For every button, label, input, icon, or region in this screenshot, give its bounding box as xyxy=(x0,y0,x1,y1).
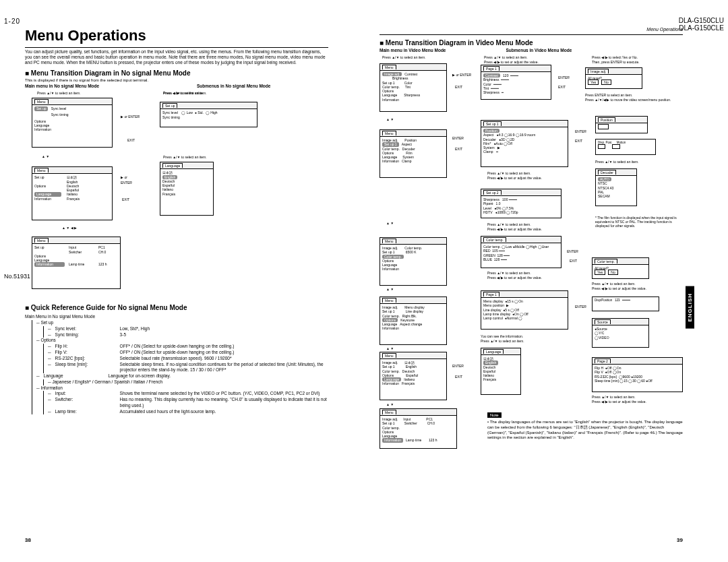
sub-source: Source ●Source ◯Y/C ◯VIDEO xyxy=(592,318,649,348)
main-colortemp: Menu Image adj.Color temp. Set up 16500 … xyxy=(380,237,447,286)
label-or-2: ▶ or xyxy=(121,175,127,179)
hint-enter-sel: Press ENTER to select an item. xyxy=(585,93,632,97)
main-menu-setup: Menu Set up Sync level Set up Sync timin… xyxy=(32,98,113,148)
sub-options1: Page 1 Menu display ●15 s ◯On Menu posit… xyxy=(481,290,568,330)
hint-v-4: Press ◀/▶ to select Yes or No. xyxy=(592,55,638,59)
section-video: ■ Menu Transition Diagram in Video Menu … xyxy=(380,39,683,46)
hint-v-1: Press ▲/▼ to select an item. xyxy=(382,55,426,59)
page-left: Menu Operations You can adjust picture q… xyxy=(15,20,338,546)
main-information: Menu Image adj.InputPC1 Set up 1Switcher… xyxy=(380,408,457,449)
sub-options2: Page 2 Flip H ●Off ◯On Flip V ●Off ◯On R… xyxy=(592,357,683,392)
col-main-video: Main menu in Video Menu Mode xyxy=(380,48,486,53)
label-enter-2: ENTER xyxy=(121,181,132,185)
page-number-left: 38 xyxy=(25,537,31,543)
col-sub-video: Submenus in Video Menu Mode xyxy=(506,48,704,53)
main-menu-information: Menu Set upInputPC1 SwitcherCH.0 Options… xyxy=(32,237,121,289)
hint-move: Press ▲/▼/◀/▶ to move the video screen/m… xyxy=(585,98,671,102)
main-image-adj: Menu Image adj.Contrast xxBrightness Set… xyxy=(380,63,447,112)
submenu-setup: Set up Sync level ◯ Low ● Std. ◯ High Sy… xyxy=(160,102,257,127)
main-menu-language: Menu Set up日本語 English OptionsDeutsch Es… xyxy=(32,166,113,220)
sub-disp-posi: Disp. Posi. Motion xyxy=(595,139,656,155)
hint-v-3: Press ◀/▶ to set or adjust the value. xyxy=(484,60,539,64)
label-or-enter-1: ▶ or ENTER xyxy=(121,115,140,119)
page-right: Menu Operations ■ Menu Transition Diagra… xyxy=(369,20,693,546)
main-setup1: Menu Image adj.Position Set up 1Aspect C… xyxy=(380,129,447,178)
diagram-no-signal: Press ▲/▼ to select an item. Menu Set up… xyxy=(25,91,328,300)
sub-colorreset: Color temp. All reset? Yes No xyxy=(592,257,649,279)
no-signal-subtitle: This is displayed if there is no signal … xyxy=(25,78,328,82)
sub-decoder: Decoder AUTO NTSC NTSC4.43 PAL SECAM xyxy=(595,168,637,206)
hint-press-ud-1: Press ▲/▼ to select an item. xyxy=(37,91,81,95)
hint-v-5: Then, press ENTER to execute. xyxy=(592,60,640,64)
film-note: * The film function is displayed when th… xyxy=(595,216,686,228)
sub-setup1: Set up 1 Position Aspect ●4:3 ◯16:9 ◯16:… xyxy=(481,120,568,167)
label-exit-1: EXIT xyxy=(127,138,135,142)
page-number-right: 39 xyxy=(677,537,683,543)
sub-position: Position xyxy=(595,116,648,133)
sub-setup2: Set up 2 Sharpness 100 ━━━━ Piparé 1.0 L… xyxy=(481,189,562,218)
sub-dispposition: Disp/Position 123 ━━━━ xyxy=(592,296,659,311)
intro-paragraph: You can adjust picture quality, set func… xyxy=(25,49,328,65)
sub-page1: Page 1 Contrast 120 ━━━━ Brightness ━━━━… xyxy=(481,65,551,100)
english-side-tab: ENGLISH xyxy=(686,286,694,329)
main-language: Menu Image adj.日本語 Set up 1English Color… xyxy=(380,352,447,400)
sub-colortemp: Color temp. Color temp. ◯Low ●Middle ◯Hi… xyxy=(481,236,562,268)
hint-press-lr-1: Press ◀/▶ to set the value. xyxy=(163,91,204,95)
sub-allreset: Image adj. All reset? Yes No xyxy=(585,67,642,89)
col-main-menu: Main menu in No signal Menu Mode xyxy=(25,84,177,88)
sub-language: Language 日本語 English Deutsch Español Ita… xyxy=(481,348,521,395)
running-header: Menu Operations xyxy=(380,27,683,32)
hint-press-ud-3: Press ▲/▼ to select an item. xyxy=(163,155,207,159)
hint-v-2: Press ▲/▼ to select an item. xyxy=(484,55,528,59)
col-submenus: Submenus in No signal Menu Mode xyxy=(197,84,348,88)
section-quick-ref: ■ Quick Reference Guide for No signal Me… xyxy=(25,304,328,311)
section-no-signal: ■ Menu Transition Diagram in No signal M… xyxy=(25,69,328,77)
label-exit-2: EXIT xyxy=(122,197,129,201)
diagram-video: Press ▲/▼ to select an item. Press ▲/▼ t… xyxy=(380,55,683,453)
page-title: Menu Operations xyxy=(25,27,328,44)
main-options: Menu Image adj.Menu display Set up 1Line… xyxy=(380,296,447,345)
submenu-language: Language 日本語 English Deutsch Español Ita… xyxy=(160,162,214,216)
quick-ref-tree: Main Menu in No signal Menu Mode Set up … xyxy=(25,314,328,414)
